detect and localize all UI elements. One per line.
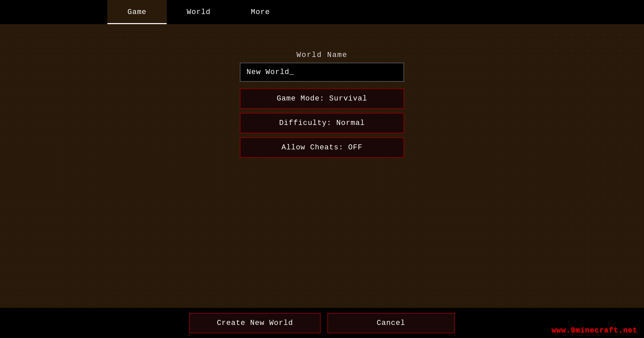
cancel-button[interactable]: Cancel [327, 313, 455, 333]
world-name-label: World Name [297, 51, 347, 59]
world-name-input[interactable] [240, 63, 404, 82]
game-mode-button[interactable]: Game Mode: Survival [240, 88, 404, 109]
difficulty-button[interactable]: Difficulty: Normal [240, 113, 404, 133]
watermark-text: www.9minecraft.net [551, 326, 637, 335]
create-new-world-button[interactable]: Create New World [189, 313, 320, 333]
main-content: World Name Game Mode: Survival Difficult… [0, 24, 644, 308]
tab-bar: Game World More [0, 0, 644, 24]
tab-spacer [0, 0, 107, 24]
allow-cheats-button[interactable]: Allow Cheats: OFF [240, 137, 404, 158]
tab-more[interactable]: More [231, 0, 290, 24]
tab-world[interactable]: World [167, 0, 231, 24]
bottom-bar: Create New World Cancel [0, 308, 644, 338]
tab-game[interactable]: Game [107, 0, 167, 24]
watermark: www.9minecraft.net [551, 326, 637, 335]
